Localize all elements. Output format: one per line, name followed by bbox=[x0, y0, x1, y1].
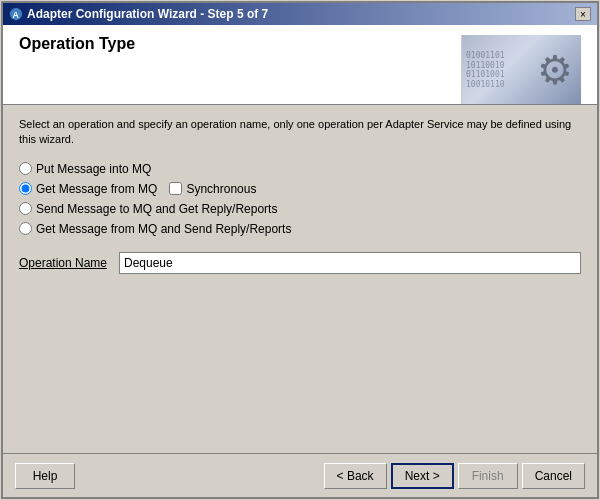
help-button[interactable]: Help bbox=[15, 463, 75, 489]
radio-get-send-reply[interactable] bbox=[19, 222, 32, 235]
app-icon: A bbox=[9, 7, 23, 21]
radio-item-1: Put Message into MQ bbox=[19, 162, 581, 176]
title-bar: A Adapter Configuration Wizard - Step 5 … bbox=[3, 3, 597, 25]
header-text: Operation Type bbox=[19, 35, 461, 57]
svg-text:A: A bbox=[13, 10, 20, 20]
operation-name-row: Operation Name bbox=[19, 252, 581, 274]
header-title: Operation Type bbox=[19, 35, 461, 53]
synchronous-checkbox[interactable] bbox=[169, 182, 182, 195]
footer-left: Help bbox=[15, 463, 75, 489]
graphic-background-text: 01001101101100100110100110010110 bbox=[466, 51, 505, 89]
radio-label-get-send-reply: Get Message from MQ and Send Reply/Repor… bbox=[36, 222, 291, 236]
window-title: Adapter Configuration Wizard - Step 5 of… bbox=[27, 7, 268, 21]
description-text: Select an operation and specify an opera… bbox=[19, 117, 581, 148]
radio-label-get-message: Get Message from MQ bbox=[36, 182, 157, 196]
radio-get-message[interactable] bbox=[19, 182, 32, 195]
wizard-window: A Adapter Configuration Wizard - Step 5 … bbox=[1, 1, 599, 499]
next-button[interactable]: Next > bbox=[391, 463, 454, 489]
footer-right: < Back Next > Finish Cancel bbox=[324, 463, 585, 489]
radio-send-get-reply[interactable] bbox=[19, 202, 32, 215]
synchronous-label: Synchronous bbox=[186, 182, 256, 196]
cancel-button[interactable]: Cancel bbox=[522, 463, 585, 489]
synchronous-checkbox-container: Synchronous bbox=[169, 182, 256, 196]
close-button[interactable]: × bbox=[575, 7, 591, 21]
title-bar-left: A Adapter Configuration Wizard - Step 5 … bbox=[9, 7, 268, 21]
radio-item-3: Send Message to MQ and Get Reply/Reports bbox=[19, 202, 581, 216]
radio-label-send-get-reply: Send Message to MQ and Get Reply/Reports bbox=[36, 202, 277, 216]
back-button[interactable]: < Back bbox=[324, 463, 387, 489]
finish-button[interactable]: Finish bbox=[458, 463, 518, 489]
header-section: Operation Type 0100110110110010011010011… bbox=[3, 25, 597, 105]
operation-name-label: Operation Name bbox=[19, 256, 109, 270]
footer: Help < Back Next > Finish Cancel bbox=[3, 453, 597, 497]
radio-item-4: Get Message from MQ and Send Reply/Repor… bbox=[19, 222, 581, 236]
operation-radio-group: Put Message into MQ Get Message from MQ … bbox=[19, 162, 581, 236]
radio-put-message[interactable] bbox=[19, 162, 32, 175]
radio-label-put-message: Put Message into MQ bbox=[36, 162, 151, 176]
operation-name-input[interactable] bbox=[119, 252, 581, 274]
gear-icon: ⚙ bbox=[537, 47, 573, 93]
radio-item-2: Get Message from MQ Synchronous bbox=[19, 182, 581, 196]
header-graphic: 01001101101100100110100110010110 ⚙ bbox=[461, 35, 581, 105]
content-area: Select an operation and specify an opera… bbox=[3, 105, 597, 453]
